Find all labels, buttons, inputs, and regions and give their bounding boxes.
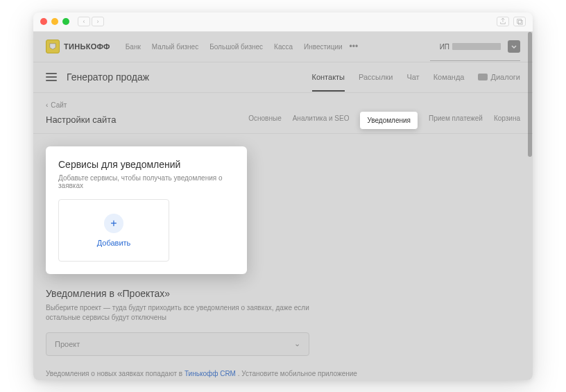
forward-button[interactable]: › <box>92 17 104 26</box>
close-window-button[interactable] <box>40 18 47 25</box>
svg-rect-0 <box>517 19 522 24</box>
add-service-button[interactable]: + Добавить <box>58 199 169 262</box>
window-controls <box>40 18 69 25</box>
svg-rect-1 <box>518 20 522 24</box>
nav-arrows: ‹ › <box>78 17 104 26</box>
tab-notifications[interactable]: Уведомления <box>360 112 418 129</box>
services-card-subtitle: Добавьте сервисы, чтобы получать уведомл… <box>58 174 234 189</box>
back-button[interactable]: ‹ <box>78 17 90 26</box>
maximize-window-button[interactable] <box>62 18 69 25</box>
plus-icon: + <box>104 214 123 233</box>
minimize-window-button[interactable] <box>51 18 58 25</box>
tabs-button[interactable] <box>513 17 526 26</box>
add-label: Добавить <box>97 239 131 247</box>
services-card: Сервисы для уведомлений Добавьте сервисы… <box>46 146 247 274</box>
browser-window: ‹ › ТИНЬКОФФ Банк Мал <box>33 12 533 380</box>
scrollbar[interactable] <box>528 32 532 380</box>
share-button[interactable] <box>497 17 509 26</box>
scrollbar-thumb[interactable] <box>528 32 532 157</box>
services-card-title: Сервисы для уведомлений <box>58 159 234 170</box>
content-area: ТИНЬКОФФ Банк Малый бизнес Большой бизне… <box>33 32 533 380</box>
titlebar: ‹ › <box>33 12 533 32</box>
